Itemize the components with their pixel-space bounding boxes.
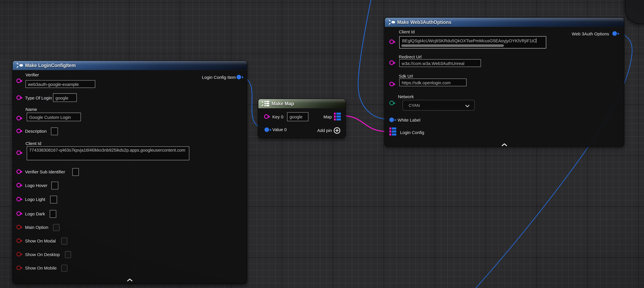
checkbox-show-on-modal[interactable] bbox=[61, 237, 67, 244]
field-sdk-url[interactable]: https://sdk.openlogin.com bbox=[399, 78, 466, 86]
label-add-pin: Add pin bbox=[317, 127, 332, 133]
label-logo-light: Logo Light bbox=[25, 196, 45, 202]
label-logo-hover: Logo Hover bbox=[25, 182, 48, 188]
node-make-web3authoptions[interactable]: Make Web3AuthOptions Web 3Auth Options C… bbox=[384, 17, 624, 147]
node-title: Make Map bbox=[272, 99, 294, 108]
text-caret bbox=[536, 38, 536, 43]
horizontal-scrollbar[interactable] bbox=[401, 44, 504, 47]
checkbox-show-on-mobile[interactable] bbox=[61, 265, 67, 272]
field-key0[interactable]: google bbox=[287, 112, 308, 121]
pin-client-id[interactable] bbox=[390, 40, 394, 44]
field-verifier[interactable]: web3auth-google-example bbox=[26, 80, 95, 88]
label-type-of-login: Type Of Login bbox=[25, 95, 52, 101]
pin-map-out[interactable] bbox=[334, 113, 341, 122]
field-logo-light[interactable] bbox=[50, 196, 57, 203]
pin-name[interactable] bbox=[16, 116, 21, 120]
pin-network[interactable] bbox=[390, 101, 394, 105]
network-selected-value: CYAN bbox=[409, 100, 420, 110]
label-name: Name bbox=[26, 106, 37, 112]
blueprint-canvas[interactable]: Make LoginConfigItem Login Config Item V… bbox=[0, 0, 644, 288]
label-white-label: White Label bbox=[398, 117, 420, 123]
chevron-down-icon bbox=[465, 104, 470, 109]
collapse-chevron-icon[interactable] bbox=[501, 141, 508, 148]
pin-client-id[interactable] bbox=[16, 150, 21, 155]
label-show-on-mobile: Show On Mobile bbox=[25, 265, 56, 271]
make-struct-icon bbox=[388, 19, 396, 27]
label-show-on-desktop: Show On Desktop bbox=[25, 251, 60, 257]
field-description[interactable] bbox=[51, 127, 58, 135]
output-pin-label: Login Config Item bbox=[202, 74, 236, 80]
make-struct-icon bbox=[16, 63, 24, 70]
pin-verifier-sub-identifier[interactable] bbox=[16, 169, 21, 174]
label-client-id: Client Id bbox=[26, 141, 41, 146]
node-make-map[interactable]: Make Map Key 0 google Map Value 0 Add pi… bbox=[258, 99, 346, 138]
label-verifier-sub-identifier: Verifier Sub Identifier bbox=[25, 169, 65, 175]
label-value0: Value 0 bbox=[272, 127, 286, 132]
label-redirect-url: Redirect Url bbox=[399, 54, 422, 60]
make-map-icon bbox=[261, 101, 270, 108]
pin-type-of-login[interactable] bbox=[16, 95, 21, 100]
label-verifier: Verifier bbox=[26, 72, 39, 78]
field-name[interactable]: Google Custom Login bbox=[27, 113, 81, 121]
label-key0: Key 0 bbox=[272, 114, 283, 120]
field-client-id[interactable]: 774338308167-q463s7kpvja16l4l0kko3nb925i… bbox=[27, 146, 189, 160]
pin-sdk-url[interactable] bbox=[390, 82, 394, 86]
pin-logo-hover[interactable] bbox=[16, 183, 21, 187]
checkbox-main-option[interactable] bbox=[53, 224, 60, 231]
checkbox-show-on-desktop[interactable] bbox=[65, 251, 71, 258]
pin-key0[interactable] bbox=[264, 114, 269, 119]
label-login-config: Login Config bbox=[400, 130, 424, 135]
label-description: Description bbox=[25, 128, 47, 134]
pin-value0[interactable] bbox=[264, 127, 269, 132]
output-pin-label: Web 3Auth Options bbox=[572, 31, 609, 37]
pin-verifier[interactable] bbox=[16, 78, 21, 83]
label-map-out: Map bbox=[324, 114, 332, 120]
pin-white-label[interactable] bbox=[390, 118, 394, 122]
label-client-id: Client Id bbox=[399, 29, 414, 35]
pin-login-config[interactable] bbox=[390, 127, 396, 137]
field-type-of-login[interactable]: google bbox=[53, 93, 77, 102]
pin-login-config-item-out[interactable] bbox=[236, 75, 241, 79]
node-make-loginconfigitem[interactable]: Make LoginConfigItem Login Config Item V… bbox=[12, 61, 247, 284]
field-client-id[interactable]: BEglQSgt4cUWcj6SKRdu5QkOXTsePmMcusG5EAoy… bbox=[399, 36, 546, 49]
label-network: Network bbox=[398, 94, 414, 99]
label-logo-dark: Logo Dark bbox=[25, 211, 45, 217]
collapse-chevron-icon[interactable] bbox=[126, 276, 133, 283]
label-show-on-modal: Show On Modal bbox=[25, 238, 56, 244]
node-header[interactable]: Make LoginConfigItem bbox=[13, 61, 247, 70]
field-client-id-text: BEglQSgt4cUWcj6SKRdu5QkOXTsePmMcusG5EAoy… bbox=[402, 38, 536, 43]
node-header[interactable]: Make Web3AuthOptions bbox=[385, 18, 624, 27]
node-header[interactable]: Make Map bbox=[258, 99, 346, 109]
pin-show-on-modal[interactable] bbox=[16, 238, 21, 243]
pin-show-on-mobile[interactable] bbox=[16, 265, 21, 270]
label-sdk-url: Sdk Url bbox=[399, 73, 413, 79]
pin-web3auth-options-out[interactable] bbox=[612, 31, 617, 36]
network-dropdown[interactable]: CYAN bbox=[402, 100, 475, 111]
pin-logo-dark[interactable] bbox=[16, 211, 21, 216]
field-logo-dark[interactable] bbox=[50, 210, 56, 218]
wire-offscreen-to-whitelabel[interactable] bbox=[358, 0, 388, 119]
pin-logo-light[interactable] bbox=[16, 197, 21, 201]
field-redirect-url[interactable]: w3a://com.w3a.Web3AuthUnreal bbox=[399, 59, 481, 67]
pin-description[interactable] bbox=[16, 129, 21, 133]
field-verifier-sub-identifier[interactable] bbox=[72, 168, 79, 176]
label-main-option: Main Option bbox=[25, 224, 48, 230]
node-title: Make Web3AuthOptions bbox=[397, 18, 452, 27]
node-title: Make LoginConfigItem bbox=[25, 61, 76, 70]
pin-redirect-url[interactable] bbox=[390, 61, 394, 65]
pin-main-option[interactable] bbox=[16, 225, 21, 229]
field-logo-hover[interactable] bbox=[51, 182, 58, 189]
add-pin-icon[interactable] bbox=[334, 127, 340, 136]
pin-show-on-desktop[interactable] bbox=[16, 252, 21, 256]
